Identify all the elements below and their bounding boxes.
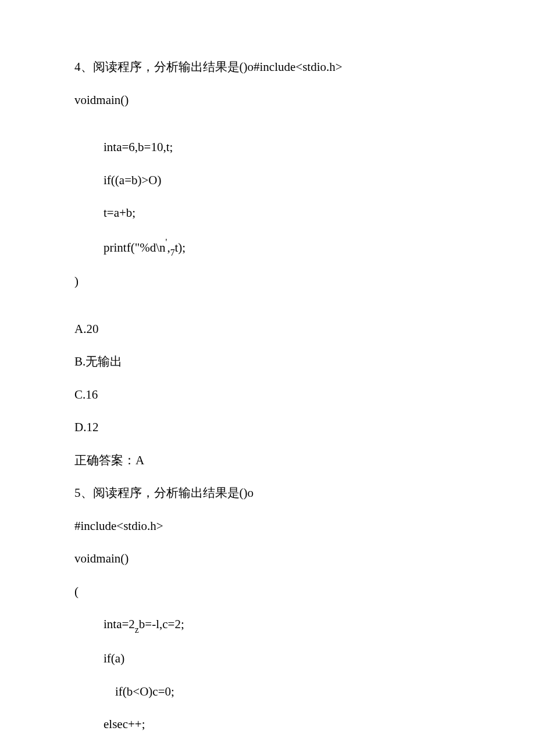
q5-code-line-3: if(b<O)c=0; [74,683,461,701]
q4-code-line-1: inta=6,b=10,t; [74,138,461,157]
blank-line [74,124,461,138]
q4-answer: 正确答案：A [74,452,461,470]
q4-prompt-line-1: 4、阅读程序，分析输出结果是()o#include<stdio.h> [74,58,461,77]
q4-code-line-4: printf("%d\n',7t); [74,237,461,259]
q5-code-line-4: elsec++; [74,715,461,734]
blank-line [74,306,461,320]
text-fragment-sub: 7 [170,248,175,257]
text-fragment-sup: ' [166,237,167,247]
q4-option-d: D.12 [74,418,461,437]
q5-open-paren: ( [74,583,461,601]
q4-code-line-3: t=a+b; [74,204,461,223]
text-fragment-sub: z [135,625,139,635]
q4-option-b: B.无输出 [74,353,461,371]
q4-code-line-2: if((a=b)>O) [74,171,461,190]
document-page: 4、阅读程序，分析输出结果是()o#include<stdio.h> voidm… [0,0,535,756]
text-fragment: printf("%d\n [104,241,166,255]
text-fragment: t); [175,241,186,255]
q5-code-line-1: inta=2zb=-l,c=2; [74,615,461,635]
text-fragment: b=-l,c=2; [139,617,184,631]
q5-code-line-2: if(a) [74,650,461,668]
text-fragment: , [167,241,170,255]
text-fragment: inta=2 [104,617,135,631]
q4-option-c: C.16 [74,386,461,404]
q5-main: voidmain() [74,550,461,568]
q4-prompt-line-2: voidmain() [74,91,461,110]
q5-prompt: 5、阅读程序，分析输出结果是()o [74,484,461,503]
q4-close-paren: ) [74,273,461,291]
q5-include: #include<stdio.h> [74,517,461,536]
q4-option-a: A.20 [74,320,461,339]
